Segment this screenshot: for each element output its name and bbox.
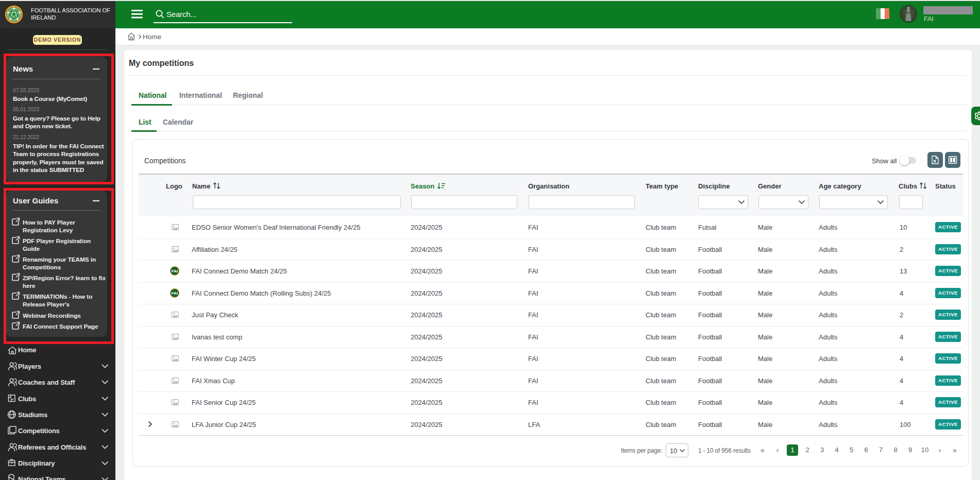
- svg-text:FAI: FAI: [172, 269, 178, 273]
- svg-text:FAI: FAI: [172, 291, 178, 296]
